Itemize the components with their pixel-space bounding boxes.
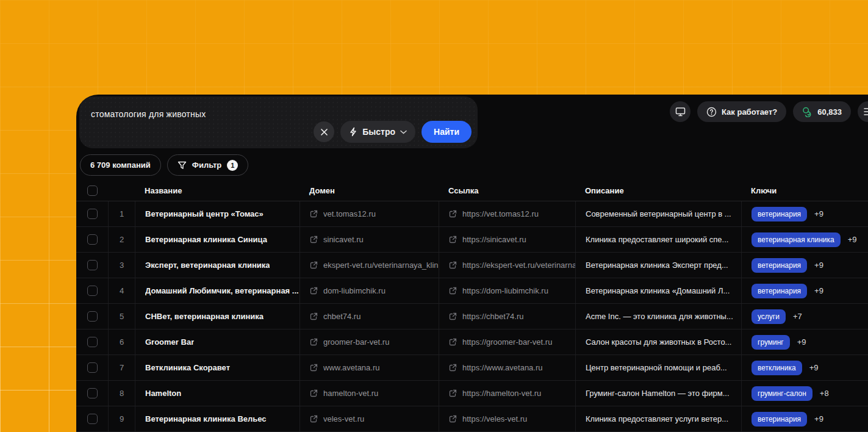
clear-search-button[interactable] <box>314 121 334 142</box>
column-header-name[interactable]: Название <box>135 186 299 195</box>
company-domain-link[interactable]: vet.tomas12.ru <box>299 201 439 226</box>
search-mode-dropdown[interactable]: Быстро <box>340 121 415 143</box>
filter-bar: 6 709 компаний Фильтр 1 <box>80 154 248 176</box>
select-all-checkbox[interactable] <box>87 185 98 196</box>
external-link-icon <box>310 312 318 320</box>
key-tag[interactable]: услуги <box>751 309 786 324</box>
table-row[interactable]: 8 Hamelton hamelton-vet.ru https://hamel… <box>76 381 868 406</box>
lightning-icon <box>349 127 357 137</box>
external-link-icon <box>449 287 457 295</box>
monitor-icon <box>675 107 686 117</box>
company-url-link[interactable]: https://vet.tomas12.ru <box>439 201 575 226</box>
key-tag[interactable]: груминг-салон <box>751 386 812 401</box>
company-domain-link[interactable]: dom-liubimchik.ru <box>299 278 439 303</box>
key-tag[interactable]: ветеринария <box>751 258 807 273</box>
table-row[interactable]: 4 Домашний Любимчик, ветеринарная ... do… <box>76 278 868 304</box>
key-tag[interactable]: ветеринария <box>751 284 807 298</box>
row-checkbox[interactable] <box>87 209 98 219</box>
more-keys-count: +9 <box>797 337 806 347</box>
company-description: Салон красоты для животных в Росто... <box>575 329 741 355</box>
company-name: Hamelton <box>135 381 299 406</box>
external-link-icon <box>310 338 318 346</box>
company-name: Ветклиника Скоравет <box>135 355 299 380</box>
key-tag[interactable]: ветклиника <box>751 361 802 375</box>
app-panel: стоматология для животных Быстро Найти <box>76 95 868 432</box>
row-checkbox[interactable] <box>87 234 98 245</box>
company-domain-link[interactable]: chbet74.ru <box>299 304 439 329</box>
search-submit-button[interactable]: Найти <box>421 121 472 143</box>
company-domain-link[interactable]: hamelton-vet.ru <box>299 381 439 406</box>
row-checkbox[interactable] <box>87 337 98 347</box>
company-domain-link[interactable]: groomer-bar-vet.ru <box>299 329 439 355</box>
more-keys-count: +9 <box>814 209 823 218</box>
company-url-link[interactable]: https://ekspert-vet.ru/veterinarna <box>439 253 575 278</box>
chevron-down-icon <box>400 130 407 134</box>
search-mode-label: Быстро <box>362 127 395 137</box>
row-checkbox[interactable] <box>87 414 98 424</box>
table-row[interactable]: 6 Groomer Bar groomer-bar-vet.ru https:/… <box>76 329 868 355</box>
table-row[interactable]: 9 Ветеринарная клиника Вельес veles-vet.… <box>76 406 868 432</box>
company-name: Ветеринарная клиника Синица <box>135 227 299 252</box>
company-name: СНВет, ветеринарная клиника <box>135 304 299 329</box>
column-header-description[interactable]: Описание <box>575 186 741 195</box>
row-checkbox[interactable] <box>87 260 98 270</box>
external-link-icon <box>310 236 318 243</box>
external-link-icon <box>449 389 457 397</box>
search-input[interactable]: стоматология для животных <box>91 109 206 119</box>
company-domain-link[interactable]: sinicavet.ru <box>299 227 439 252</box>
key-tag[interactable]: ветеринария <box>751 412 807 427</box>
company-domain-link[interactable]: veles-vet.ru <box>299 406 439 431</box>
company-url-link[interactable]: https://www.avetana.ru <box>439 355 575 380</box>
company-description: Груминг-салон Hamelton — это фирм... <box>575 381 741 406</box>
table-row[interactable]: 2 Ветеринарная клиника Синица sinicavet.… <box>76 227 868 253</box>
more-keys-count: +8 <box>820 389 829 398</box>
external-link-icon <box>449 210 457 218</box>
company-url-link[interactable]: https://groomer-bar-vet.ru <box>439 329 575 355</box>
company-url-link[interactable]: https://veles-vet.ru <box>439 406 575 431</box>
row-checkbox[interactable] <box>87 388 98 398</box>
filter-chip[interactable]: Фильтр 1 <box>167 154 249 176</box>
help-button[interactable]: Как работает? <box>697 101 786 122</box>
column-header-domain[interactable]: Домен <box>299 186 439 195</box>
company-url-link[interactable]: https://hamelton-vet.ru <box>439 381 575 406</box>
row-number: 9 <box>108 406 135 431</box>
company-keys: ветеринария +9 <box>741 253 868 278</box>
company-keys: ветеринария +9 <box>741 201 868 226</box>
row-checkbox[interactable] <box>87 286 98 296</box>
company-url-link[interactable]: https://dom-liubimchik.ru <box>439 278 575 303</box>
company-name: Ветеринарная клиника Вельес <box>135 406 299 431</box>
table-row[interactable]: 3 Эксперт, ветеринарная клиника ekspert-… <box>76 253 868 278</box>
company-domain-link[interactable]: ekspert-vet.ru/veterinarnaya_klin <box>299 253 439 278</box>
key-tag[interactable]: ветеринария <box>751 207 807 221</box>
filter-count-badge: 1 <box>227 160 238 171</box>
column-header-keys[interactable]: Ключи <box>741 186 868 195</box>
companies-count-chip[interactable]: 6 709 компаний <box>80 154 161 176</box>
external-link-icon <box>449 364 457 372</box>
key-tag[interactable]: ветеринарная клиника <box>751 232 841 247</box>
key-tag[interactable]: груминг <box>751 335 790 350</box>
row-checkbox[interactable] <box>87 362 98 373</box>
company-name: Ветеринарный центр «Томас» <box>135 201 299 226</box>
company-url-link[interactable]: https://sinicavet.ru <box>439 227 575 252</box>
funnel-icon <box>178 161 187 170</box>
table-row[interactable]: 1 Ветеринарный центр «Томас» vet.tomas12… <box>76 201 868 227</box>
more-keys-count: +9 <box>814 414 823 423</box>
credits-button[interactable]: 60,833 <box>793 101 851 122</box>
row-number: 1 <box>108 201 135 226</box>
more-keys-count: +7 <box>793 312 802 321</box>
table-row[interactable]: 5 СНВет, ветеринарная клиника chbet74.ru… <box>76 304 868 329</box>
row-number: 4 <box>108 278 135 303</box>
company-url-link[interactable]: https://chbet74.ru <box>439 304 575 329</box>
table-row[interactable]: 7 Ветклиника Скоравет www.avetana.ru htt… <box>76 355 868 381</box>
company-description: Ветеринарная клиника Эксперт пред... <box>575 253 741 278</box>
column-header-link[interactable]: Ссылка <box>439 186 575 195</box>
company-keys: груминг +9 <box>741 329 868 355</box>
row-number: 7 <box>108 355 135 380</box>
menu-button[interactable] <box>858 101 868 122</box>
more-keys-count: +9 <box>814 286 823 295</box>
display-button[interactable] <box>670 101 690 122</box>
row-checkbox[interactable] <box>87 311 98 322</box>
company-domain-link[interactable]: www.avetana.ru <box>299 355 439 380</box>
table-body: 1 Ветеринарный центр «Томас» vet.tomas12… <box>76 201 868 432</box>
external-link-icon <box>449 261 457 269</box>
